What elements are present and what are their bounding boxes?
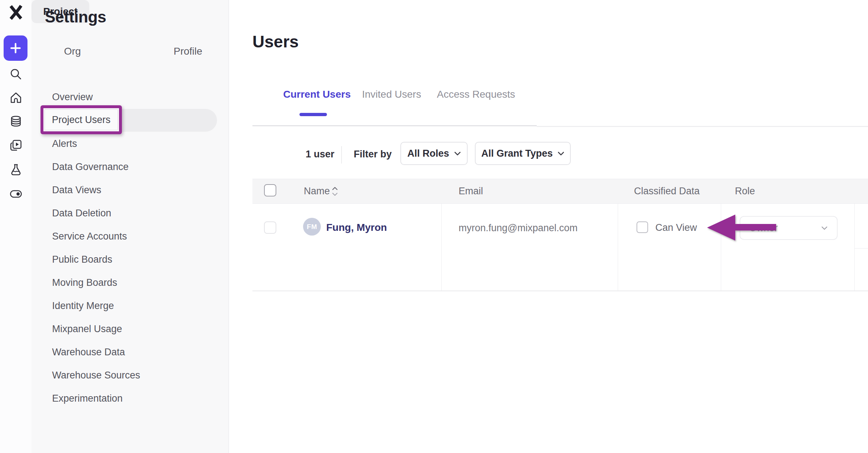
- settings-title: Settings: [45, 8, 106, 26]
- tabs-divider: [252, 125, 537, 126]
- settings-sidebar: Settings Org Project Profile Overview Pr…: [31, 0, 229, 453]
- avatar: FM: [303, 218, 321, 236]
- classified-data-checkbox[interactable]: [637, 221, 648, 233]
- settings-tab-profile[interactable]: Profile: [174, 46, 202, 57]
- sidebar-item-data-views[interactable]: Data Views: [52, 184, 101, 196]
- grant-types-filter-dropdown[interactable]: All Grant Types: [475, 142, 571, 165]
- home-icon[interactable]: [9, 91, 23, 105]
- sort-icon[interactable]: [332, 186, 338, 196]
- column-divider: [854, 204, 855, 291]
- sidebar-item-warehouse-sources[interactable]: Warehouse Sources: [52, 369, 140, 381]
- grant-types-filter-value: All Grant Types: [481, 148, 553, 159]
- user-count: 1 user: [306, 149, 335, 160]
- chevron-down-icon: [821, 226, 827, 230]
- column-divider: [618, 204, 618, 291]
- sidebar-item-overview[interactable]: Overview: [52, 91, 93, 103]
- classified-data-label: Can View: [655, 222, 697, 233]
- main-content: Users Current Users Invited Users Access…: [229, 0, 868, 453]
- column-header-email: Email: [459, 186, 483, 197]
- column-divider: [441, 204, 442, 291]
- tab-access-requests[interactable]: Access Requests: [437, 88, 515, 101]
- boards-icon[interactable]: [9, 139, 23, 152]
- column-header-role: Role: [735, 186, 755, 197]
- settings-tab-org[interactable]: Org: [64, 46, 81, 57]
- sidebar-item-identity-merge[interactable]: Identity Merge: [52, 300, 114, 312]
- sidebar-item-service-accounts[interactable]: Service Accounts: [52, 230, 127, 242]
- filter-divider: [341, 146, 342, 164]
- chevron-down-icon: [558, 152, 564, 156]
- tabs-divider-light: [537, 126, 868, 127]
- sidebar-item-public-boards[interactable]: Public Boards: [52, 253, 112, 266]
- tab-current-users[interactable]: Current Users: [283, 88, 351, 101]
- column-header-name[interactable]: Name: [304, 186, 330, 197]
- mixpanel-logo[interactable]: [9, 5, 23, 19]
- roles-filter-value: All Roles: [407, 148, 449, 159]
- column-header-classified-data: Classified Data: [634, 186, 700, 197]
- sidebar-item-project-users[interactable]: Project Users: [44, 109, 118, 130]
- sidebar-item-data-deletion[interactable]: Data Deletion: [52, 207, 111, 219]
- roles-filter-dropdown[interactable]: All Roles: [400, 142, 468, 165]
- sidebar-item-mixpanel-usage[interactable]: Mixpanel Usage: [52, 323, 122, 335]
- filter-by-label: Filter by: [354, 149, 392, 160]
- database-icon[interactable]: [9, 115, 23, 128]
- row-divider-fragment: [854, 248, 868, 249]
- row-bottom-border: [252, 291, 868, 291]
- sidebar-item-alerts[interactable]: Alerts: [52, 137, 77, 150]
- page-title: Users: [252, 32, 299, 51]
- annotation-arrow: [705, 212, 778, 243]
- sidebar-item-data-governance[interactable]: Data Governance: [52, 161, 129, 173]
- sidebar-item-warehouse-data[interactable]: Warehouse Data: [52, 346, 125, 358]
- tab-invited-users[interactable]: Invited Users: [362, 88, 421, 101]
- table-header: [252, 179, 868, 204]
- chevron-down-icon: [454, 152, 461, 156]
- user-name-link[interactable]: Fung, Myron: [326, 222, 387, 233]
- flask-icon[interactable]: [9, 163, 23, 177]
- search-icon[interactable]: [9, 67, 23, 81]
- annotation-highlight-box: Project Users: [41, 105, 122, 134]
- sidebar-item-experimentation[interactable]: Experimentation: [52, 392, 123, 405]
- icon-rail: [0, 0, 32, 453]
- row-select-checkbox[interactable]: [264, 221, 276, 234]
- toggle-icon[interactable]: [9, 187, 23, 201]
- create-button[interactable]: [4, 35, 27, 61]
- select-all-checkbox[interactable]: [264, 184, 276, 196]
- active-tab-underline: [299, 113, 327, 116]
- plus-icon: [9, 42, 22, 54]
- sidebar-item-moving-boards[interactable]: Moving Boards: [52, 276, 117, 289]
- user-email: myron.fung@mixpanel.com: [459, 223, 578, 234]
